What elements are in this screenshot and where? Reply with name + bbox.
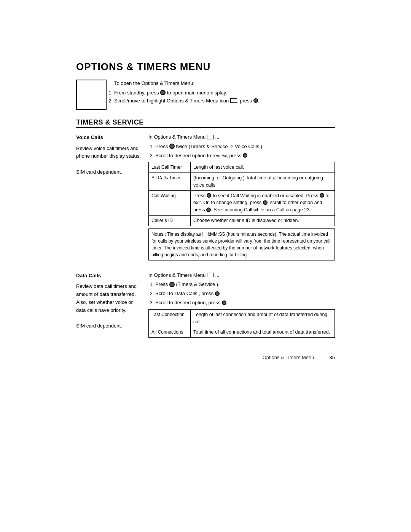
table-row: Call Waiting Press to see if Call Waitin… [149,190,335,215]
button-circle-icon [243,153,247,158]
intro-step-2: Scroll/move to highlight Options & Timer… [114,97,259,105]
data-calls-step-2: Scroll to Data Calls , press . [155,290,335,298]
table-cell-option: Caller s ID [149,215,191,226]
button-circle-icon [253,98,258,103]
small-box-icon [207,135,214,139]
section-title: TIMERS & SERVICE [76,118,335,128]
button-circle-icon [169,144,175,149]
intro-section: To open the Options & Timers Menu: From … [76,80,335,110]
table-cell-desc: Length of last connection and amount of … [191,309,335,327]
voice-calls-row: Voice Calls Review voice call timers and… [76,128,335,266]
voice-calls-steps: Press twice (Timers & Service > Voice Ca… [155,143,335,160]
table-row: All Connections Total time of all connec… [149,327,335,338]
table-cell-desc: Total time of all connections and total … [191,327,335,338]
page-container: OPTIONS & TIMERS MENU To open the Option… [76,0,335,391]
table-cell-desc: Choose whether caller s ID is displayed … [191,215,335,226]
data-calls-steps: Press (Timers & Service ). Scroll to Dat… [155,281,335,307]
intro-step-1: From standby, press to open main menu di… [114,89,259,97]
button-circle-icon [222,300,226,305]
small-box-icon [230,98,237,103]
button-circle-icon [207,193,211,198]
data-calls-step-3: Scroll to desired option, press . [155,299,335,307]
footer: Options & Timers Menu 85 [76,355,335,360]
voice-calls-description: Review voice call timers and phone numbe… [76,145,142,161]
table-cell-desc: Press to see if Call Waiting is enabled … [191,190,335,215]
button-circle-icon [263,200,268,205]
button-circle-icon [169,282,175,287]
voice-calls-notes: Notes : Times display as HH:MM:SS (hours… [148,228,335,260]
small-box-icon [207,273,214,277]
table-row: All Calls Timer (Incoming or Outgoing ) … [149,173,335,191]
voice-calls-right: In Options & Timers Menu ... Press twice… [148,133,335,260]
table-cell-option: Last Call Timer [149,162,191,173]
page-title: OPTIONS & TIMERS MENU [76,61,335,73]
button-circle-icon [206,208,211,212]
menu-icon-box [76,80,107,110]
voice-calls-table: Last Call Timer Length of last voice cal… [148,162,335,226]
data-calls-menu-line: In Options & Timers Menu ... [148,272,335,280]
table-cell-option: Last Connection [149,309,191,327]
voice-calls-step-2: Scroll to desired option to review, pres… [155,152,335,160]
data-calls-table: Last Connection Length of last connectio… [148,309,335,338]
data-calls-step-1: Press (Timers & Service ). [155,281,335,289]
table-row: Caller s ID Choose whether caller s ID i… [149,215,335,226]
data-calls-row: Data Calls Review data call timers and a… [76,266,335,343]
table-cell-desc: Length of last voice call. [191,162,335,173]
table-row: Last Connection Length of last connectio… [149,309,335,327]
voice-calls-note: SIM card dependent. [76,168,142,176]
button-circle-icon [320,193,324,198]
table-cell-option: All Calls Timer [149,173,191,191]
table-row: Last Call Timer Length of last voice cal… [149,162,335,173]
voice-calls-left: Voice Calls Review voice call timers and… [76,133,148,260]
data-calls-left: Data Calls Review data call timers and a… [76,272,148,338]
table-cell-option: All Connections [149,327,191,338]
data-calls-note: SIM card dependent. [76,322,142,330]
voice-calls-title: Voice Calls [76,133,142,143]
footer-page-number: 85 [330,355,335,360]
voice-calls-step-1: Press twice (Timers & Service > Voice Ca… [155,143,335,151]
button-circle-icon [215,291,220,296]
data-calls-title: Data Calls [76,272,142,281]
content-section: Voice Calls Review voice call timers and… [76,128,335,343]
intro-label: To open the Options & Timers Menu: [114,80,259,88]
intro-text: To open the Options & Timers Menu: From … [114,80,259,110]
button-circle-icon [160,90,166,95]
data-calls-description: Review data call timers and amount of da… [76,283,142,314]
intro-steps: From standby, press to open main menu di… [114,89,259,105]
voice-calls-menu-line: In Options & Timers Menu ... [148,133,335,141]
footer-label: Options & Timers Menu [263,355,314,360]
table-cell-desc: (Incoming or Outgoing ) Total time of al… [191,173,335,191]
table-cell-option: Call Waiting [149,190,191,215]
data-calls-right: In Options & Timers Menu ... Press (Time… [148,272,335,338]
